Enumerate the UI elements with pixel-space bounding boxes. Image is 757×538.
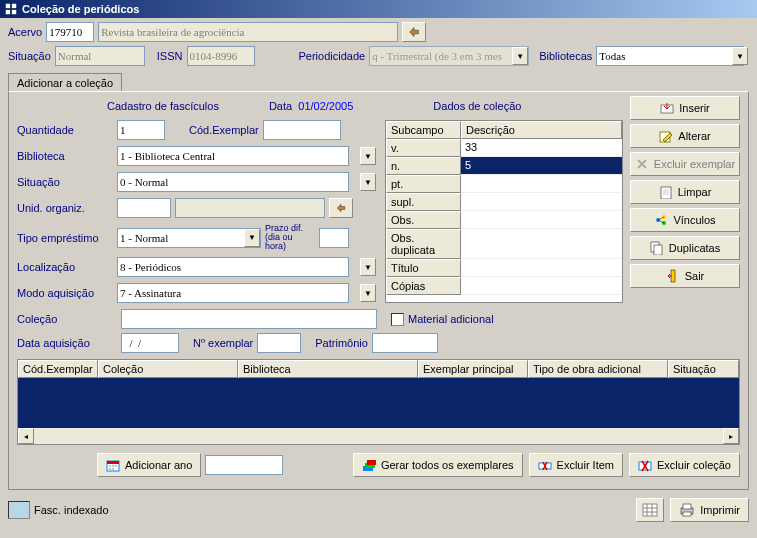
unid-code-input[interactable] (117, 198, 171, 218)
adicionar-ano-input[interactable] (205, 455, 283, 475)
quantidade-label: Quantidade (17, 124, 117, 136)
svg-rect-21 (643, 504, 657, 516)
prazo-input[interactable] (319, 228, 349, 248)
issn-input (187, 46, 255, 66)
vinculos-button[interactable]: Vínculos (630, 208, 740, 232)
svg-point-8 (656, 218, 660, 222)
unid-label: Unid. organiz. (17, 202, 117, 214)
col-exemplar-principal[interactable]: Exemplar principal (418, 360, 528, 378)
svg-rect-18 (367, 460, 376, 465)
cod-exemplar-label: Cód.Exemplar (189, 124, 259, 136)
fasc-indexado-label: Fasc. indexado (34, 504, 109, 516)
modo-select[interactable]: 7 - Assinatura (117, 283, 349, 303)
limpar-button[interactable]: Limpar (630, 180, 740, 204)
chevron-down-icon: ▼ (360, 147, 376, 165)
n-exemplar-input[interactable] (257, 333, 301, 353)
tab-adicionar-colecao[interactable]: Adicionar a coleção (8, 73, 122, 92)
edit-icon (659, 129, 673, 143)
revista-input (98, 22, 398, 42)
hand-point-icon (335, 202, 347, 214)
unid-browse-button[interactable] (329, 198, 353, 218)
table-row[interactable]: Obs. (386, 211, 622, 229)
data-value: 01/02/2005 (298, 100, 353, 112)
adicionar-ano-button[interactable]: Adicionar ano (97, 453, 201, 477)
chevron-down-icon: ▼ (360, 258, 376, 276)
modo-label: Modo aquisição (17, 287, 117, 299)
scroll-left-icon[interactable]: ◂ (18, 428, 34, 444)
imprimir-button[interactable]: Imprimir (670, 498, 749, 522)
svg-rect-4 (12, 10, 16, 14)
excluir-item-button[interactable]: Excluir Item (529, 453, 623, 477)
svg-rect-2 (12, 4, 16, 8)
n-exemplar-label: Nº exemplar (193, 337, 253, 349)
table-row[interactable]: v.33 (386, 139, 622, 157)
situacao-form-label: Situação (17, 176, 117, 188)
situacao-select[interactable]: 0 - Normal (117, 172, 349, 192)
svg-rect-12 (654, 245, 662, 255)
inserir-button[interactable]: Inserir (630, 96, 740, 120)
col-biblioteca[interactable]: Biblioteca (238, 360, 418, 378)
biblioteca-label: Biblioteca (17, 150, 117, 162)
print-icon (679, 503, 695, 517)
material-label: Material adicional (408, 313, 494, 325)
cod-exemplar-input[interactable] (263, 120, 341, 140)
svg-rect-15 (107, 461, 119, 464)
situacao-label: Situação (8, 50, 51, 62)
tipo-emp-select[interactable]: 1 - Normal (117, 228, 261, 248)
col-tipo-obra[interactable]: Tipo de obra adicional (528, 360, 668, 378)
duplicate-icon (650, 241, 664, 255)
acervo-input[interactable] (46, 22, 94, 42)
stack-icon (362, 458, 376, 472)
scroll-right-icon[interactable]: ▸ (723, 428, 739, 444)
table-row[interactable]: supl. (386, 193, 622, 211)
data-aq-label: Data aquisição (17, 337, 117, 349)
table-row[interactable]: Título (386, 259, 622, 277)
excluir-exemplar-button: Excluir exemplar (630, 152, 740, 176)
grid-button[interactable] (636, 498, 664, 522)
col-situacao[interactable]: Situação (668, 360, 739, 378)
delete-item-icon (538, 458, 552, 472)
data-aq-input[interactable] (121, 333, 179, 353)
hand-point-icon (407, 25, 421, 39)
alterar-button[interactable]: Alterar (630, 124, 740, 148)
unid-name-input (175, 198, 325, 218)
bibliotecas-select[interactable]: Todas (596, 46, 744, 66)
table-row[interactable]: Cópias (386, 277, 622, 295)
table-row[interactable]: pt. (386, 175, 622, 193)
acervo-label: Acervo (8, 26, 42, 38)
situacao-top-input (55, 46, 145, 66)
quantidade-input[interactable] (117, 120, 165, 140)
table-row[interactable]: Obs. duplicata (386, 229, 622, 259)
col-cod-exemplar[interactable]: Cód.Exemplar (18, 360, 98, 378)
svg-rect-3 (6, 10, 10, 14)
periodicidade-select: q - Trimestral (de 3 em 3 mes (369, 46, 529, 66)
titlebar: Coleção de periódicos (0, 0, 757, 18)
svg-rect-1 (6, 4, 10, 8)
colecao-input[interactable] (121, 309, 377, 329)
cadastro-header: Cadastro de fascículos (107, 100, 219, 112)
bibliotecas-label: Bibliotecas (539, 50, 592, 62)
col-colecao[interactable]: Coleção (98, 360, 238, 378)
table-row[interactable]: n.5 (386, 157, 622, 175)
descricao-header: Descrição (461, 121, 622, 139)
gerar-button[interactable]: Gerar todos os exemplares (353, 453, 523, 477)
sair-button[interactable]: Sair (630, 264, 740, 288)
delete-icon (635, 157, 649, 171)
exit-icon (666, 269, 680, 283)
excluir-colecao-button[interactable]: Excluir coleção (629, 453, 740, 477)
browse-button[interactable] (402, 22, 426, 42)
dados-header: Dados de coleção (433, 100, 521, 112)
material-checkbox[interactable] (391, 313, 404, 326)
patrimonio-input[interactable] (372, 333, 438, 353)
duplicatas-button[interactable]: Duplicatas (630, 236, 740, 260)
subcampo-header: Subcampo (386, 121, 461, 139)
localizacao-label: Localização (17, 261, 117, 273)
tab-content: Inserir Alterar Excluir exemplar Limpar … (8, 91, 749, 490)
fasc-color-swatch (8, 501, 30, 519)
table-body-empty (18, 378, 739, 428)
biblioteca-select[interactable]: 1 - Biblioteca Central (117, 146, 349, 166)
localizacao-select[interactable]: 8 - Periódicos (117, 257, 349, 277)
horizontal-scrollbar[interactable]: ◂ ▸ (18, 428, 739, 444)
app-icon (4, 2, 18, 16)
calendar-icon (106, 458, 120, 472)
